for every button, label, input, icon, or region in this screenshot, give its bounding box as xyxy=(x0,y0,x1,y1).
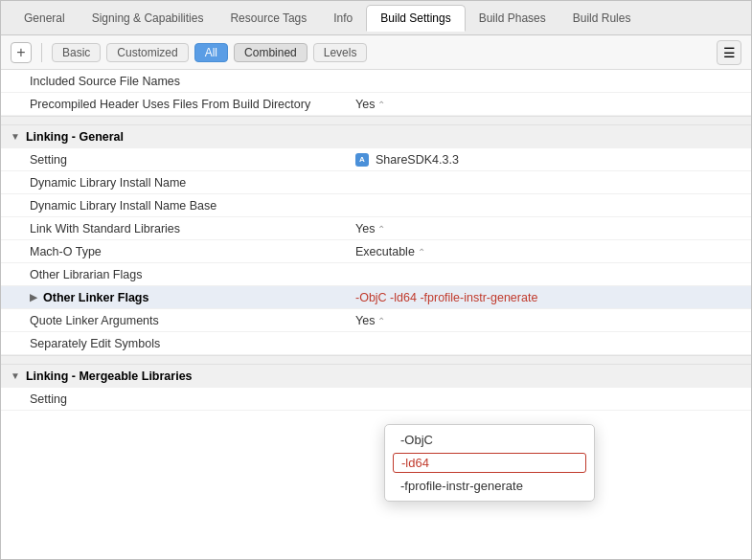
filter-icon-button[interactable]: ☰ xyxy=(717,40,741,65)
tab-build-settings[interactable]: Build Settings xyxy=(366,5,465,32)
row-link-standard[interactable]: Link With Standard Libraries Yes xyxy=(1,217,751,240)
label-setting-header: Setting xyxy=(30,153,355,167)
toolbar: + Basic Customized All Combined Levels ☰ xyxy=(1,35,751,70)
label-precompiled-header: Precompiled Header Uses Files From Build… xyxy=(30,98,355,111)
value-setting-header: A ShareSDK4.3.3 xyxy=(355,153,751,167)
value-precompiled-header: Yes xyxy=(355,98,751,111)
disclosure-linking-general[interactable]: ▼ xyxy=(11,131,20,142)
row-precompiled-header[interactable]: Precompiled Header Uses Files From Build… xyxy=(1,93,751,116)
row-setting-mergeable[interactable]: Setting xyxy=(1,388,751,411)
row-macho-type[interactable]: Mach-O Type Executable xyxy=(1,240,751,263)
label-dynamic-lib-base: Dynamic Library Install Name Base xyxy=(30,199,355,213)
sdk-name: ShareSDK4.3.3 xyxy=(376,153,459,167)
label-setting-mergeable: Setting xyxy=(30,392,355,406)
section-linking-general[interactable]: ▼ Linking - General xyxy=(1,125,751,148)
row-dynamic-lib[interactable]: Dynamic Library Install Name xyxy=(1,171,751,194)
toolbar-separator xyxy=(41,43,42,62)
tab-signing[interactable]: Signing & Capabilities xyxy=(79,6,217,31)
row-dynamic-lib-base[interactable]: Dynamic Library Install Name Base xyxy=(1,194,751,217)
label-other-linker-flags: ▶ Other Linker Flags xyxy=(30,291,355,304)
filter-basic[interactable]: Basic xyxy=(52,43,101,62)
label-included-source: Included Source File Names xyxy=(30,75,355,88)
add-button[interactable]: + xyxy=(11,42,32,63)
disclosure-linking-mergeable[interactable]: ▼ xyxy=(11,370,20,381)
label-dynamic-lib: Dynamic Library Install Name xyxy=(30,176,355,190)
label-linking-general: Linking - General xyxy=(26,130,352,144)
value-macho-type: Executable xyxy=(355,245,751,258)
disclosure-linker-flags[interactable]: ▶ xyxy=(30,292,37,302)
label-quote-linker: Quote Linker Arguments xyxy=(30,314,355,327)
value-quote-linker: Yes xyxy=(355,314,751,327)
row-setting-header[interactable]: Setting A ShareSDK4.3.3 xyxy=(1,148,751,171)
label-macho-type: Mach-O Type xyxy=(30,245,355,258)
stepper-macho-type[interactable]: Executable xyxy=(355,245,425,258)
stepper-precompiled[interactable]: Yes xyxy=(355,98,385,111)
tab-bar: General Signing & Capabilities Resource … xyxy=(1,1,751,35)
filter-customized[interactable]: Customized xyxy=(106,43,188,62)
linker-flags-value: -ObjC -ld64 -fprofile-instr-generate xyxy=(355,291,537,304)
row-other-linker-flags[interactable]: ▶ Other Linker Flags -ObjC -ld64 -fprofi… xyxy=(1,286,751,309)
stepper-link-standard[interactable]: Yes xyxy=(355,222,385,235)
stepper-quote-linker[interactable]: Yes xyxy=(355,314,385,327)
row-separately-edit[interactable]: Separately Edit Symbols xyxy=(1,332,751,355)
tab-info[interactable]: Info xyxy=(320,6,366,31)
value-other-linker-flags: -ObjC -ld64 -fprofile-instr-generate xyxy=(355,291,751,304)
value-link-standard: Yes xyxy=(355,222,751,235)
tab-build-rules[interactable]: Build Rules xyxy=(559,6,645,31)
tab-build-phases[interactable]: Build Phases xyxy=(466,6,559,31)
settings-content: Included Source File Names Precompiled H… xyxy=(1,70,751,559)
tab-resource-tags[interactable]: Resource Tags xyxy=(216,6,320,31)
tab-general[interactable]: General xyxy=(11,6,79,31)
label-linking-mergeable: Linking - Mergeable Libraries xyxy=(26,370,352,383)
linker-flags-dropdown: -ObjC -ld64 -fprofile-instr-generate xyxy=(384,424,595,502)
filter-levels[interactable]: Levels xyxy=(313,43,368,62)
row-included-source[interactable]: Included Source File Names xyxy=(1,70,751,93)
label-other-librarian: Other Librarian Flags xyxy=(30,268,355,281)
filter-all[interactable]: All xyxy=(194,43,228,62)
row-quote-linker[interactable]: Quote Linker Arguments Yes xyxy=(1,309,751,332)
label-link-standard: Link With Standard Libraries xyxy=(30,222,355,235)
dropdown-item-objc[interactable]: -ObjC xyxy=(385,429,594,451)
section-divider-2 xyxy=(1,355,751,365)
dropdown-item-ld64[interactable]: -ld64 xyxy=(393,453,586,473)
sdk-icon: A xyxy=(355,153,369,167)
row-other-librarian[interactable]: Other Librarian Flags xyxy=(1,263,751,286)
section-divider xyxy=(1,116,751,125)
dropdown-item-fprofile[interactable]: -fprofile-instr-generate xyxy=(385,475,594,497)
filter-combined[interactable]: Combined xyxy=(234,43,308,62)
main-window: General Signing & Capabilities Resource … xyxy=(0,0,752,560)
section-linking-mergeable[interactable]: ▼ Linking - Mergeable Libraries xyxy=(1,365,751,388)
label-separately-edit: Separately Edit Symbols xyxy=(30,337,355,350)
